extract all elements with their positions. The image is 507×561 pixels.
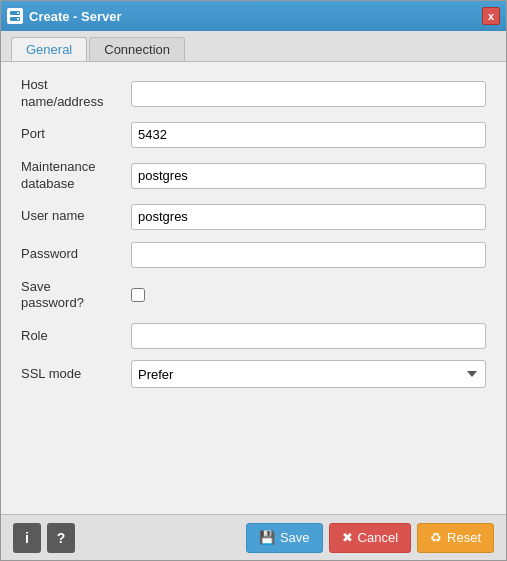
form-row-host: Hostname/address bbox=[21, 77, 486, 111]
save-label: Save bbox=[280, 530, 310, 545]
title-bar-left: Create - Server bbox=[7, 8, 122, 24]
select-ssl-mode[interactable]: Allow Disable Prefer Require Verify-CA V… bbox=[131, 360, 486, 388]
form-row-role: Role bbox=[21, 322, 486, 350]
label-host: Hostname/address bbox=[21, 77, 131, 111]
label-role: Role bbox=[21, 328, 131, 345]
reset-icon: ♻ bbox=[430, 530, 442, 545]
checkbox-wrapper bbox=[131, 288, 145, 302]
input-role[interactable] bbox=[131, 323, 486, 349]
window-title: Create - Server bbox=[29, 9, 122, 24]
tab-bar: General Connection bbox=[1, 31, 506, 62]
form-row-port: Port bbox=[21, 121, 486, 149]
form-row-username: User name bbox=[21, 203, 486, 231]
help-button[interactable]: ? bbox=[47, 523, 75, 553]
input-db[interactable] bbox=[131, 163, 486, 189]
form-content: Hostname/address Port Maintenancedatabas… bbox=[1, 62, 506, 514]
create-server-window: Create - Server x General Connection Hos… bbox=[0, 0, 507, 561]
svg-point-2 bbox=[17, 12, 19, 14]
label-username: User name bbox=[21, 208, 131, 225]
input-save-password[interactable] bbox=[131, 288, 145, 302]
cancel-button[interactable]: ✖ Cancel bbox=[329, 523, 411, 553]
form-row-db: Maintenancedatabase bbox=[21, 159, 486, 193]
input-host[interactable] bbox=[131, 81, 486, 107]
input-username[interactable] bbox=[131, 204, 486, 230]
input-port[interactable] bbox=[131, 122, 486, 148]
footer: i ? 💾 Save ✖ Cancel ♻ Reset bbox=[1, 514, 506, 560]
svg-point-3 bbox=[17, 18, 19, 20]
label-ssl: SSL mode bbox=[21, 366, 131, 383]
label-port: Port bbox=[21, 126, 131, 143]
reset-label: Reset bbox=[447, 530, 481, 545]
form-row-save-password: Savepassword? bbox=[21, 279, 486, 313]
reset-button[interactable]: ♻ Reset bbox=[417, 523, 494, 553]
title-bar: Create - Server x bbox=[1, 1, 506, 31]
save-button[interactable]: 💾 Save bbox=[246, 523, 323, 553]
form-row-password: Password bbox=[21, 241, 486, 269]
info-button[interactable]: i bbox=[13, 523, 41, 553]
close-button[interactable]: x bbox=[482, 7, 500, 25]
tab-connection[interactable]: Connection bbox=[89, 37, 185, 61]
form-row-ssl: SSL mode Allow Disable Prefer Require Ve… bbox=[21, 360, 486, 388]
tab-general[interactable]: General bbox=[11, 37, 87, 61]
input-password[interactable] bbox=[131, 242, 486, 268]
cancel-label: Cancel bbox=[358, 530, 398, 545]
server-icon bbox=[7, 8, 23, 24]
footer-left: i ? bbox=[13, 523, 75, 553]
label-save-password: Savepassword? bbox=[21, 279, 131, 313]
cancel-icon: ✖ bbox=[342, 530, 353, 545]
save-icon: 💾 bbox=[259, 530, 275, 545]
label-db: Maintenancedatabase bbox=[21, 159, 131, 193]
label-password: Password bbox=[21, 246, 131, 263]
footer-right: 💾 Save ✖ Cancel ♻ Reset bbox=[246, 523, 494, 553]
